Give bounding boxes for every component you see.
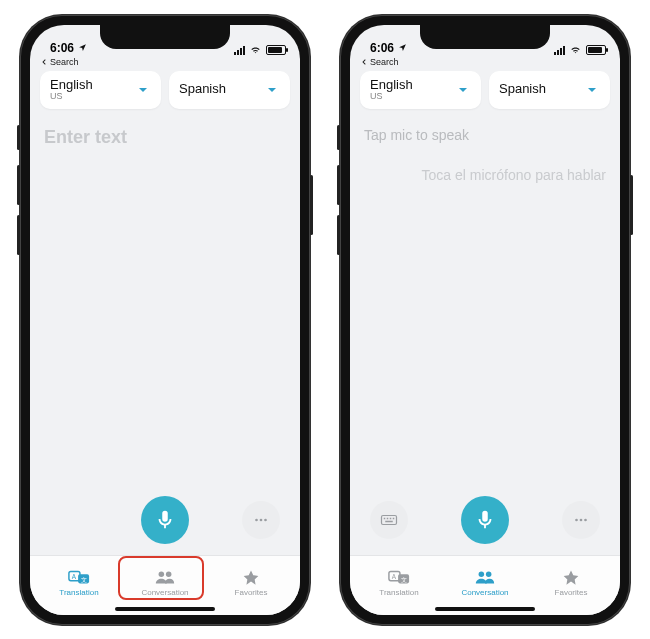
back-label: Search: [50, 57, 79, 67]
svg-point-16: [580, 518, 583, 521]
phone-left: 6:06 Search English US: [20, 15, 310, 625]
svg-point-1: [260, 518, 263, 521]
svg-text:文: 文: [401, 575, 407, 582]
home-indicator[interactable]: [435, 607, 535, 611]
action-row: [30, 485, 300, 555]
ellipsis-icon: [252, 511, 270, 529]
translation-icon: A文: [68, 568, 90, 586]
svg-rect-14: [385, 520, 393, 522]
screen-right: 6:06 Search English US: [350, 25, 620, 615]
svg-rect-10: [384, 517, 386, 519]
source-language-region: US: [370, 92, 413, 102]
screen-left: 6:06 Search English US: [30, 25, 300, 615]
wifi-icon: [249, 45, 262, 55]
location-arrow-icon: [78, 43, 87, 52]
source-language-button[interactable]: English US: [40, 71, 161, 109]
svg-point-22: [479, 571, 485, 577]
conversation-area: Tap mic to speak Toca el micrófono para …: [350, 117, 620, 485]
svg-rect-11: [387, 517, 389, 519]
more-options-button[interactable]: [562, 501, 600, 539]
chevron-down-icon: [135, 82, 151, 98]
status-right: [234, 45, 286, 55]
tab-label: Translation: [379, 588, 418, 597]
input-placeholder: Enter text: [44, 127, 286, 148]
back-to-search[interactable]: Search: [350, 57, 620, 71]
svg-point-0: [255, 518, 258, 521]
wifi-icon: [569, 45, 582, 55]
microphone-icon: [474, 509, 496, 531]
svg-point-8: [166, 571, 172, 577]
people-icon: [474, 568, 496, 586]
tab-favorites[interactable]: Favorites: [528, 560, 614, 605]
microphone-button[interactable]: [461, 496, 509, 544]
tab-label: Favorites: [555, 588, 588, 597]
battery-icon: [586, 45, 606, 55]
star-icon: [560, 568, 582, 586]
back-to-search[interactable]: Search: [30, 57, 300, 71]
hint-source: Tap mic to speak: [364, 127, 606, 143]
battery-icon: [266, 45, 286, 55]
svg-text:文: 文: [81, 575, 87, 582]
source-language-name: English: [370, 78, 413, 92]
people-icon: [154, 568, 176, 586]
tab-label: Conversation: [461, 588, 508, 597]
microphone-button[interactable]: [141, 496, 189, 544]
chevron-down-icon: [455, 82, 471, 98]
chevron-down-icon: [264, 82, 280, 98]
signal-icon: [554, 45, 565, 55]
status-right: [554, 45, 606, 55]
tab-bar: A文 Translation Conversation Favorites: [30, 555, 300, 615]
home-indicator[interactable]: [115, 607, 215, 611]
tab-label: Favorites: [235, 588, 268, 597]
svg-rect-9: [382, 515, 397, 524]
ellipsis-icon: [572, 511, 590, 529]
svg-rect-12: [390, 517, 392, 519]
notch: [100, 25, 230, 49]
target-language-name: Spanish: [179, 82, 226, 96]
svg-point-7: [159, 571, 165, 577]
svg-text:A: A: [392, 572, 397, 579]
chevron-down-icon: [584, 82, 600, 98]
svg-point-23: [486, 571, 492, 577]
status-time: 6:06: [370, 41, 394, 55]
action-row: [350, 485, 620, 555]
text-input-area[interactable]: Enter text: [30, 117, 300, 485]
svg-text:A: A: [72, 572, 77, 579]
svg-point-17: [584, 518, 587, 521]
keyboard-input-button[interactable]: [370, 501, 408, 539]
location-arrow-icon: [398, 43, 407, 52]
hint-target: Toca el micrófono para hablar: [364, 167, 606, 183]
star-icon: [240, 568, 262, 586]
target-language-button[interactable]: Spanish: [489, 71, 610, 109]
tab-label: Translation: [59, 588, 98, 597]
tab-label: Conversation: [141, 588, 188, 597]
chevron-left-icon: [360, 58, 368, 66]
microphone-icon: [154, 509, 176, 531]
language-selector-row: English US Spanish: [350, 71, 620, 117]
tab-translation[interactable]: A文 Translation: [36, 560, 122, 605]
tab-conversation[interactable]: Conversation: [442, 560, 528, 605]
svg-rect-13: [393, 517, 395, 519]
more-options-button[interactable]: [242, 501, 280, 539]
tab-favorites[interactable]: Favorites: [208, 560, 294, 605]
source-language-name: English: [50, 78, 93, 92]
tab-bar: A文 Translation Conversation Favorites: [350, 555, 620, 615]
target-language-name: Spanish: [499, 82, 546, 96]
back-label: Search: [370, 57, 399, 67]
notch: [420, 25, 550, 49]
tab-conversation[interactable]: Conversation: [122, 560, 208, 605]
svg-point-2: [264, 518, 267, 521]
tab-translation[interactable]: A文 Translation: [356, 560, 442, 605]
chevron-left-icon: [40, 58, 48, 66]
keyboard-icon: [380, 513, 398, 527]
translation-icon: A文: [388, 568, 410, 586]
source-language-region: US: [50, 92, 93, 102]
phone-right: 6:06 Search English US: [340, 15, 630, 625]
svg-point-15: [575, 518, 578, 521]
status-time: 6:06: [50, 41, 74, 55]
language-selector-row: English US Spanish: [30, 71, 300, 117]
source-language-button[interactable]: English US: [360, 71, 481, 109]
signal-icon: [234, 45, 245, 55]
target-language-button[interactable]: Spanish: [169, 71, 290, 109]
